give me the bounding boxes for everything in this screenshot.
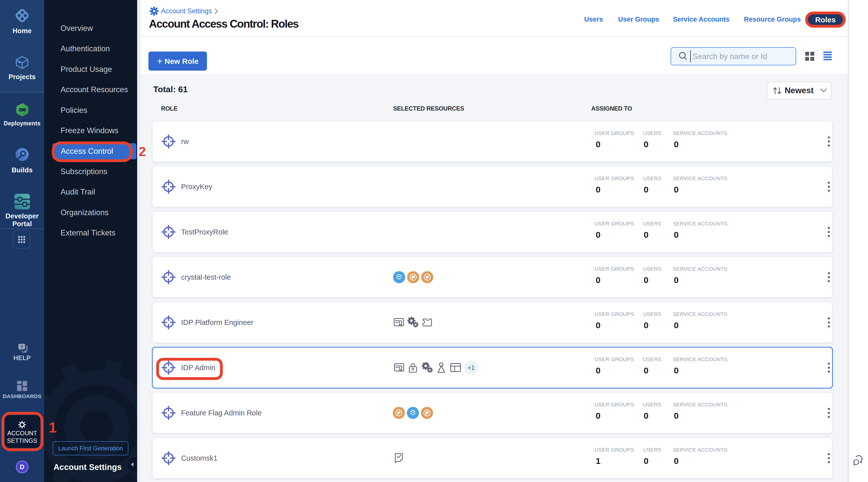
svg-text:?: ?	[20, 344, 23, 349]
